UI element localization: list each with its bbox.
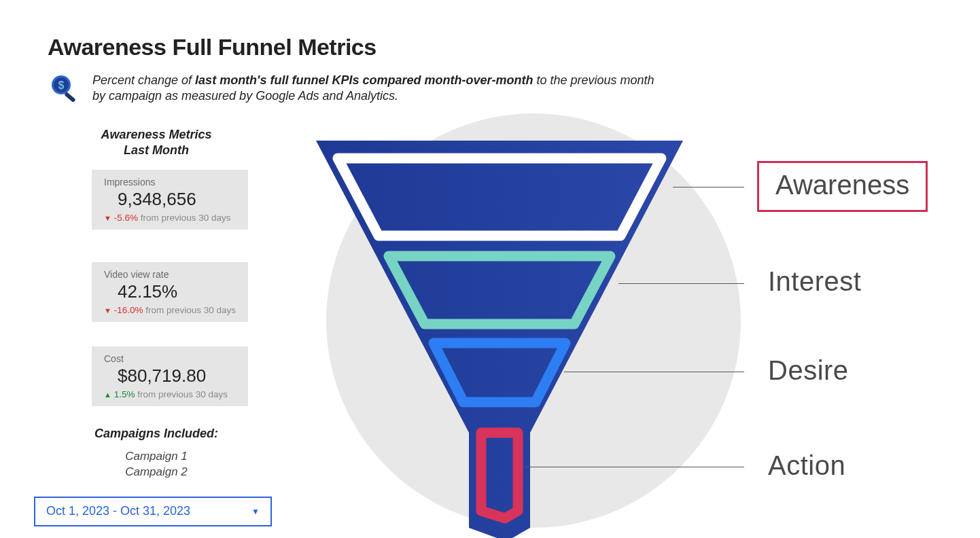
date-range-value: Oct 1, 2023 - Oct 31, 2023: [46, 504, 190, 518]
page-title: Awareness Full Funnel Metrics: [48, 34, 932, 60]
svg-text:$: $: [58, 79, 65, 91]
funnel-stage-awareness: Awareness: [757, 161, 928, 212]
metrics-heading: Awareness Metrics Last Month: [48, 127, 265, 158]
metric-card-video-view-rate: Video view rate 42.15% ▼ -16.0% from pre…: [92, 262, 248, 322]
funnel-stage-desire: Desire: [768, 355, 849, 386]
page-subtitle: Percent change of last month's full funn…: [92, 73, 657, 105]
campaign-item: Campaign 1: [48, 449, 265, 465]
campaign-item: Campaign 2: [48, 465, 265, 480]
connector-line: [618, 283, 744, 284]
metric-card-cost: Cost $80,719.80 ▲ 1.5% from previous 30 …: [92, 346, 248, 406]
metric-delta: ▲ 1.5% from previous 30 days: [104, 389, 236, 399]
metrics-column: Awareness Metrics Last Month Impressions…: [48, 120, 265, 526]
svg-rect-3: [64, 92, 76, 103]
connector-line: [525, 467, 744, 467]
funnel-stage-action: Action: [768, 450, 845, 481]
campaigns-heading: Campaigns Included:: [48, 427, 265, 441]
arrow-up-icon: ▲: [104, 391, 111, 399]
magnifier-dollar-icon: $: [48, 73, 80, 108]
metric-label: Impressions: [104, 177, 236, 187]
subtitle-row: $ Percent change of last month's full fu…: [48, 73, 932, 108]
caret-down-icon: ▼: [251, 507, 260, 516]
metric-value: 42.15%: [104, 281, 236, 302]
metric-value: 9,348,656: [104, 189, 236, 210]
funnel-icon: [289, 134, 710, 538]
metric-card-impressions: Impressions 9,348,656 ▼ -5.6% from previ…: [92, 170, 248, 230]
funnel-stage-interest: Interest: [768, 266, 861, 297]
date-range-picker[interactable]: Oct 1, 2023 - Oct 31, 2023 ▼: [34, 497, 272, 526]
connector-line: [673, 187, 744, 187]
arrow-down-icon: ▼: [104, 214, 111, 222]
campaigns-list: Campaign 1 Campaign 2: [48, 449, 265, 480]
connector-line: [564, 372, 744, 372]
metric-delta: ▼ -16.0% from previous 30 days: [104, 305, 236, 315]
metric-value: $80,719.80: [104, 365, 236, 387]
metric-label: Cost: [104, 353, 236, 364]
arrow-down-icon: ▼: [104, 306, 111, 315]
metric-label: Video view rate: [104, 269, 236, 280]
funnel-diagram: Awareness Interest Desire Action: [285, 120, 932, 538]
metric-delta: ▼ -5.6% from previous 30 days: [104, 213, 236, 223]
